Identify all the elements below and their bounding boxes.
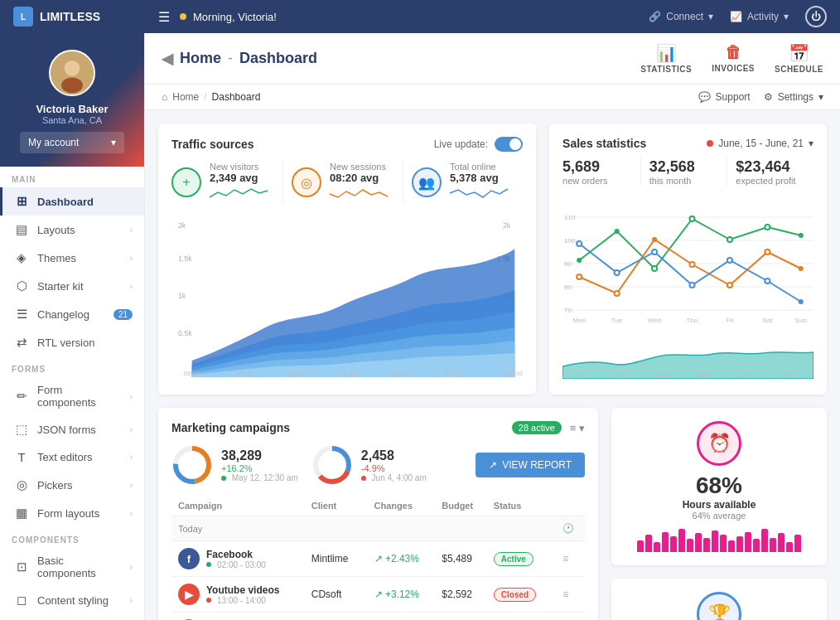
online-icon: 👥 bbox=[412, 167, 442, 197]
sales-header: Sales statistics June, 15 - June, 21 ▾ bbox=[562, 137, 813, 150]
actions-cell[interactable]: ≡ bbox=[556, 613, 585, 621]
mstat-1-sub: Jun 4, 4:00 am bbox=[361, 473, 427, 482]
sessions-info: New sessions 08:20 avg bbox=[330, 162, 388, 203]
activity-label: Activity bbox=[747, 11, 779, 22]
marketing-menu-icon[interactable]: ≡ ▾ bbox=[570, 422, 585, 434]
svg-text:2k: 2k bbox=[503, 221, 511, 230]
svg-point-46 bbox=[727, 258, 732, 263]
svg-point-45 bbox=[690, 283, 695, 288]
metric-bar bbox=[678, 529, 685, 552]
schedule-action[interactable]: 📅 SCHEDULE bbox=[775, 43, 823, 74]
view-report-button[interactable]: ↗ VIEW REPORT bbox=[476, 453, 585, 477]
actions-cell[interactable]: ≡ bbox=[556, 577, 585, 613]
svg-text:0.5k: 0.5k bbox=[178, 329, 192, 337]
menu-icon[interactable]: ☰ bbox=[158, 9, 170, 25]
svg-text:90: 90 bbox=[564, 260, 572, 268]
sidebar-item-dashboard[interactable]: ⊞ Dashboard bbox=[0, 187, 144, 216]
profit-value: $23,464 bbox=[736, 158, 805, 176]
sidebar-item-layouts[interactable]: ▤ Layouts bbox=[0, 216, 144, 244]
page-header-actions: 📊 STATISTICS 🗑 INVOICES 📅 SCHEDULE bbox=[640, 43, 823, 74]
support-icon: 💬 bbox=[698, 91, 711, 103]
donut-0 bbox=[171, 444, 213, 486]
settings-button[interactable]: ⚙ Settings ▾ bbox=[764, 91, 823, 103]
sessions-sparkline bbox=[330, 186, 388, 201]
sidebar-item-label: Form layouts bbox=[37, 507, 122, 520]
invoices-action[interactable]: 🗑 INVOICES bbox=[712, 43, 755, 74]
my-account-button[interactable]: My account ▾ bbox=[20, 132, 124, 153]
support-button[interactable]: 💬 Support bbox=[698, 91, 751, 103]
back-icon[interactable]: ◀ bbox=[162, 50, 173, 68]
activity-button[interactable]: 📈 Activity ▾ bbox=[730, 11, 789, 22]
sidebar-item-json-forms[interactable]: ⬚ JSON forms bbox=[0, 415, 144, 443]
actions-cell[interactable]: ≡ bbox=[556, 541, 585, 577]
right-col: ⏰ 68% Hours available 64% average 🏆 82% … bbox=[611, 408, 827, 620]
period-label: June, 15 - June, 21 bbox=[718, 138, 804, 149]
page-title-home: Home bbox=[180, 50, 221, 67]
sidebar-item-pickers[interactable]: ◎ Pickers bbox=[0, 471, 144, 499]
breadcrumb-home[interactable]: Home bbox=[172, 91, 199, 103]
client-cell: CDsoft bbox=[305, 577, 368, 613]
sidebar-item-form-components[interactable]: ✏ Form components bbox=[0, 377, 144, 415]
marketing-card: Marketing campaigns 28 active ≡ ▾ bbox=[158, 408, 598, 620]
sidebar-item-extra-components[interactable]: ⬠ Extra components bbox=[0, 614, 144, 620]
sidebar-item-starter-kit[interactable]: ⬡ Starter kit bbox=[0, 272, 144, 300]
metric-bar bbox=[687, 539, 693, 552]
sales-period[interactable]: June, 15 - June, 21 ▾ bbox=[707, 138, 813, 149]
month-value: 32,568 bbox=[649, 158, 719, 176]
user-location: Santa Ana, CA bbox=[10, 115, 134, 125]
my-account-label: My account bbox=[28, 137, 79, 148]
sidebar-item-basic-components[interactable]: ⊡ Basic components bbox=[0, 548, 144, 586]
platform-name: Youtube videos bbox=[206, 584, 279, 596]
statistics-action[interactable]: 📊 STATISTICS bbox=[640, 43, 692, 74]
pickers-icon: ◎ bbox=[14, 477, 29, 492]
platform-time: 02:00 - 03:00 bbox=[206, 560, 266, 569]
text-editors-chevron bbox=[130, 453, 133, 462]
live-update-label: Live update: bbox=[434, 138, 488, 150]
mstat-1-value: 2,458 bbox=[361, 448, 427, 463]
campaign-cell: f Facebook 02:00 - 03:00 bbox=[171, 541, 305, 577]
hours-bars bbox=[637, 527, 801, 552]
visitors-info: New visitors 2,349 avg bbox=[210, 162, 268, 203]
connect-label: Connect bbox=[666, 11, 703, 22]
invoices-label: INVOICES bbox=[712, 64, 755, 73]
layout: Victoria Baker Santa Ana, CA My account … bbox=[0, 0, 840, 620]
sidebar-item-form-layouts[interactable]: ▦ Form layouts bbox=[0, 499, 144, 527]
svg-point-33 bbox=[765, 225, 770, 230]
svg-point-48 bbox=[799, 299, 804, 304]
sidebar-item-changelog[interactable]: ☰ Changelog 21 bbox=[0, 300, 144, 328]
col-budget: Budget bbox=[435, 496, 487, 516]
hours-sub: 64% average bbox=[693, 511, 746, 521]
svg-text:12:00: 12:00 bbox=[340, 370, 356, 377]
svg-point-29 bbox=[615, 229, 620, 234]
svg-point-43 bbox=[615, 270, 620, 275]
sales-metrics: 5,689 new orders 32,568 this month $23,4… bbox=[562, 158, 813, 186]
sidebar-item-content-styling[interactable]: ◻ Content styling bbox=[0, 586, 144, 614]
metric-bar bbox=[745, 532, 751, 553]
visitors-label: New visitors bbox=[210, 162, 268, 172]
sessions-icon: ◎ bbox=[292, 167, 321, 197]
sidebar: Victoria Baker Santa Ana, CA My account … bbox=[0, 33, 145, 620]
power-button[interactable]: ⏻ bbox=[805, 6, 827, 27]
productivity-card: 🏆 82% Productivity goal 87% average bbox=[611, 579, 827, 620]
mstat-0-sub: May 12, 12:30 am bbox=[221, 473, 298, 482]
svg-point-35 bbox=[577, 274, 582, 279]
sidebar-item-themes[interactable]: ◈ Themes bbox=[0, 244, 144, 272]
sidebar-item-label: Themes bbox=[37, 252, 122, 264]
svg-text:Jul 13: Jul 13 bbox=[654, 372, 670, 378]
sidebar-item-label: RTL version bbox=[37, 337, 133, 349]
sidebar-item-label: Dashboard bbox=[37, 196, 133, 208]
sidebar-item-label: Starter kit bbox=[37, 280, 122, 293]
basic-components-chevron bbox=[130, 563, 133, 572]
svg-point-47 bbox=[765, 279, 770, 283]
live-update-toggle[interactable] bbox=[495, 137, 523, 152]
svg-point-30 bbox=[652, 266, 657, 271]
svg-text:80: 80 bbox=[564, 283, 572, 291]
connect-button[interactable]: 🔗 Connect ▾ bbox=[649, 11, 713, 22]
json-forms-icon: ⬚ bbox=[14, 422, 29, 437]
svg-point-31 bbox=[690, 216, 695, 221]
metric-bar bbox=[761, 529, 768, 552]
user-name: Victoria Baker bbox=[10, 103, 134, 115]
sidebar-item-rtl[interactable]: ⇄ RTL version bbox=[0, 328, 144, 356]
sidebar-item-text-editors[interactable]: T Text editors bbox=[0, 443, 144, 471]
activity-icon: 📈 bbox=[730, 11, 742, 22]
